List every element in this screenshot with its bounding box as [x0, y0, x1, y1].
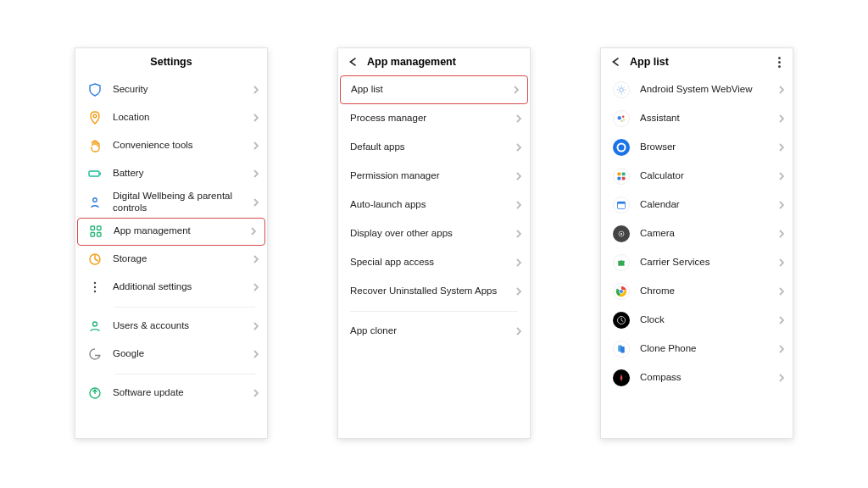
row-label: Assistant — [640, 113, 777, 125]
chevron-right-icon — [252, 141, 260, 150]
chevron-right-icon — [777, 86, 786, 94]
settings-row-g2-1[interactable]: Google — [75, 341, 267, 369]
appmgmt-row-2[interactable]: Default apps — [338, 133, 530, 162]
chevron-right-icon — [777, 287, 786, 296]
row-label: Browser — [640, 141, 777, 153]
row-label: App cloner — [350, 325, 515, 337]
svg-rect-1 — [89, 171, 99, 176]
settings-row-6[interactable]: Storage — [75, 246, 267, 274]
settings-row-g2-0[interactable]: Users & accounts — [75, 313, 267, 341]
applist-row-6[interactable]: Carrier Services — [601, 248, 793, 277]
svg-rect-6 — [91, 233, 95, 237]
settings-row-g3-0[interactable]: Software update — [75, 380, 267, 408]
gear-icon — [613, 81, 630, 98]
assistant-icon — [613, 110, 630, 127]
svg-rect-22 — [618, 173, 621, 176]
appmgmt-row-g2-0[interactable]: App cloner — [338, 317, 530, 346]
svg-point-11 — [94, 291, 96, 292]
svg-point-16 — [622, 116, 624, 118]
svg-rect-36 — [620, 347, 625, 353]
svg-rect-5 — [97, 226, 102, 230]
settings-row-7[interactable]: Additional settings — [75, 274, 267, 302]
appmgmt-row-6[interactable]: Special app access — [338, 248, 530, 277]
back-icon[interactable] — [347, 56, 359, 68]
settings-row-0[interactable]: Security — [75, 75, 267, 103]
row-label: Convenience tools — [113, 140, 252, 152]
divider — [114, 374, 255, 374]
settings-row-4[interactable]: Digital Wellbeing & parental controls — [75, 187, 267, 218]
applist-row-7[interactable]: Chrome — [601, 277, 793, 306]
settings-row-1[interactable]: Location — [75, 103, 267, 131]
puzzle-icon — [613, 254, 630, 271]
applist-row-2[interactable]: Browser — [601, 133, 793, 162]
chevron-right-icon — [777, 316, 786, 324]
svg-point-9 — [94, 282, 96, 284]
chevron-right-icon — [252, 322, 260, 330]
row-label: Compass — [640, 372, 777, 384]
chevron-right-icon — [777, 201, 786, 209]
row-label: Recover Uninstalled System Apps — [350, 286, 515, 297]
row-label: Storage — [113, 253, 252, 265]
appmgmt-row-3[interactable]: Permission manager — [338, 162, 530, 191]
chevron-right-icon — [777, 258, 786, 267]
applist-row-1[interactable]: Assistant — [601, 104, 793, 133]
applist-row-0[interactable]: Android System WebView — [601, 75, 793, 104]
apps-icon — [88, 224, 103, 239]
settings-row-3[interactable]: Battery — [75, 159, 267, 187]
row-label: Additional settings — [113, 281, 252, 293]
svg-point-10 — [94, 286, 96, 288]
applist-row-8[interactable]: Clock — [601, 306, 793, 335]
svg-point-21 — [619, 145, 625, 151]
row-label: Battery — [113, 168, 252, 180]
row-label: Process manager — [350, 113, 515, 125]
browser-icon — [613, 139, 630, 156]
chevron-right-icon — [777, 374, 786, 382]
row-label: Digital Wellbeing & parental controls — [113, 191, 252, 214]
more-icon[interactable] — [774, 57, 784, 68]
appmgmt-row-0[interactable]: App list — [340, 75, 528, 104]
chevron-right-icon — [515, 287, 523, 296]
svg-point-12 — [93, 322, 97, 326]
applist-row-3[interactable]: Calculator — [601, 162, 793, 191]
row-label: Software update — [113, 387, 252, 399]
applist-row-9[interactable]: Clone Phone — [601, 335, 793, 363]
settings-header: Settings — [75, 48, 267, 75]
chevron-right-icon — [515, 201, 523, 209]
chevron-right-icon — [777, 114, 786, 123]
settings-title: Settings — [150, 56, 192, 68]
battery-icon — [87, 166, 103, 181]
shield-icon — [87, 82, 103, 97]
svg-point-14 — [620, 88, 624, 92]
row-label: Carrier Services — [640, 257, 777, 269]
row-label: Android System WebView — [640, 84, 777, 96]
svg-point-18 — [621, 120, 623, 122]
user-icon — [87, 319, 103, 334]
settings-row-5[interactable]: App management — [77, 218, 265, 246]
chevron-right-icon — [515, 143, 523, 152]
chevron-right-icon — [515, 172, 523, 180]
back-icon[interactable] — [609, 56, 621, 68]
row-label: Security — [113, 84, 252, 96]
appmgmt-row-7[interactable]: Recover Uninstalled System Apps — [338, 277, 530, 306]
row-label: App management — [114, 225, 249, 237]
chevron-right-icon — [515, 114, 523, 123]
appmgmt-row-4[interactable]: Auto-launch apps — [338, 191, 530, 219]
row-label: Chrome — [640, 286, 777, 297]
applist-list: Android System WebView Assistant Browser… — [601, 75, 793, 392]
applist-header: App list — [601, 48, 793, 75]
svg-rect-4 — [91, 226, 95, 230]
svg-point-0 — [93, 114, 97, 118]
appmgmt-row-1[interactable]: Process manager — [338, 104, 530, 133]
applist-row-5[interactable]: Camera — [601, 219, 793, 248]
applist-row-10[interactable]: Compass — [601, 363, 793, 392]
calendar-icon — [613, 197, 630, 214]
camera-icon — [613, 225, 630, 242]
row-label: Auto-launch apps — [350, 199, 515, 211]
row-label: Clock — [640, 314, 777, 326]
appmgmt-row-5[interactable]: Display over other apps — [338, 219, 530, 248]
applist-row-4[interactable]: Calendar — [601, 191, 793, 219]
update-icon — [87, 385, 103, 401]
settings-row-2[interactable]: Convenience tools — [75, 131, 267, 159]
svg-point-3 — [93, 198, 97, 202]
row-label: Users & accounts — [113, 320, 252, 332]
